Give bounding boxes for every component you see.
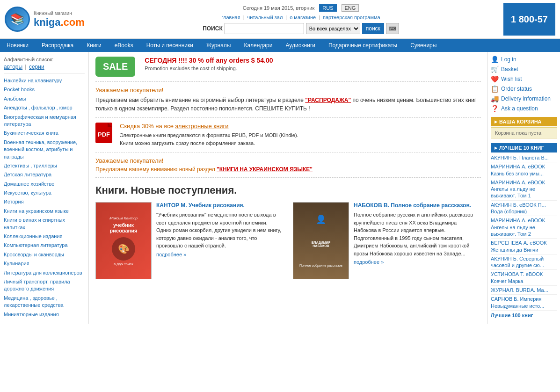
cat-bukin[interactable]: Букинистическая книга — [4, 129, 85, 138]
ebook-title-text: Скидка 30% на все — [120, 123, 175, 130]
book1-more-link[interactable]: подробнее » — [156, 252, 186, 257]
date-lang-row: Сегодня 19 мая 2015, вторник RUS ENG — [243, 4, 359, 12]
cat-krossvord[interactable]: Кроссворды и сканворды — [4, 250, 85, 259]
lang-en-button[interactable]: ENG — [342, 4, 359, 12]
top10-item-5: МАРИНИНА А. еВОOК Ангелы на льду не выжи… — [491, 216, 557, 239]
sep2: | — [285, 15, 287, 20]
top10-link-3[interactable]: МАРИНИНА А. еВОOК Ангелы на льду не выжи… — [491, 179, 557, 199]
search-label: ПОИСК — [203, 25, 223, 32]
cat-nakliki[interactable]: Наклейки на клавиатуру — [4, 76, 85, 85]
ebook-link[interactable]: электронные книги — [175, 123, 229, 130]
cat-meditsina[interactable]: Медицина , здоровье , лекарственные сред… — [4, 294, 85, 310]
top10-link-6[interactable]: БЕРСЕНЕВА А. еВОOК Женщины да Винчи — [491, 240, 557, 253]
cat-albomi[interactable]: Альбомы — [4, 94, 85, 103]
sale-title: СЕГОДНЯ !!!! 30 % off any orders $ 54.00 — [145, 57, 273, 64]
book2-title-link[interactable]: НАБОКОВ В. Полное собрание рассказов. — [354, 202, 471, 209]
delivery-icon: 🚚 — [491, 95, 499, 102]
cat-istoriya[interactable]: История — [4, 197, 85, 206]
pdf-icon: PDF — [95, 123, 114, 147]
sale-text-area: СЕГОДНЯ !!!! 30 % off any orders $ 54.00… — [145, 57, 273, 71]
cat-koll[interactable]: Коллекционные издания — [4, 232, 85, 241]
logo-text: Книжный магазин kniga.com — [34, 10, 85, 29]
top-link-partner[interactable]: партнерская программа — [323, 15, 380, 20]
sale-section: SALE СЕГОДНЯ !!!! 30 % off any orders $ … — [95, 57, 481, 82]
cat-pocket[interactable]: Pocket books — [4, 85, 85, 94]
cat-dom[interactable]: Домашнее хозяйство — [4, 180, 85, 189]
ask-icon: ❓ — [491, 105, 499, 112]
top10-link-7[interactable]: АКУНИН Б. Северный часовой и другие сю..… — [491, 255, 557, 269]
delivery-link[interactable]: 🚚 Delivery information — [491, 95, 557, 102]
top10-link-10[interactable]: САРНОВ Б. Империя Невыдуманные исто... — [491, 296, 557, 309]
cat-vina[interactable]: Книги о винах и спиртных напитках — [4, 216, 85, 232]
sale-badge: SALE — [95, 57, 135, 77]
promo1-link[interactable]: "РАСПРОДАЖА" — [305, 97, 351, 103]
top-link-home[interactable]: главная — [221, 15, 240, 20]
book2-item: 👤 ВЛАДИМИРНАБОКОВ Полное собрание расска… — [293, 202, 481, 279]
search-button[interactable]: поиск — [362, 23, 384, 34]
nav-sertifikati[interactable]: Подарочные сертификаты — [322, 39, 404, 52]
top100-link[interactable]: Лучшие 100 книг — [491, 311, 557, 320]
nav-suveniri[interactable]: Сувениры — [404, 39, 443, 52]
cat-computer[interactable]: Компьютерная литература — [4, 241, 85, 250]
top10-item-8: УСТИНОВА Т. еВОOК Ковчег Марка — [491, 270, 557, 286]
top10-link-5[interactable]: МАРИНИНА А. еВОOК Ангелы на льду не выжи… — [491, 217, 557, 237]
wishlist-link[interactable]: ❤️ Wish list — [491, 75, 557, 83]
order-status-label: Order status — [501, 86, 532, 92]
nav-zhurnali[interactable]: Журналы — [200, 39, 237, 52]
promo1-title: Уважаемые покупатели! — [95, 87, 481, 94]
order-status-link[interactable]: 📋 Order status — [491, 85, 557, 93]
ukr-link[interactable]: "КНИГИ НА УКРАИНСКОМ ЯЗЫКЕ" — [217, 166, 313, 173]
alpha-avtor-link[interactable]: авторы — [4, 64, 22, 70]
nav-audioknigi[interactable]: Аудиокниги — [279, 39, 322, 52]
ebook-text: Скидка 30% на все электронные книги Элек… — [120, 123, 298, 147]
logo-circle: 📚 — [5, 7, 30, 32]
search-select[interactable]: Во всех разделах — [306, 23, 360, 34]
top10-link-2[interactable]: МАРИНИНА А. еВОOК Казнь без злого умы... — [491, 163, 557, 177]
top10-link-4[interactable]: АКУНИН Б. еВОOК П... Вода (сборник) — [491, 202, 557, 215]
cat-voennaya[interactable]: Военная техника, вооружение, военный кос… — [4, 138, 85, 161]
book2-more-link[interactable]: подробнее » — [354, 259, 384, 265]
top10-item-7: АКУНИН Б. Северный часовой и другие сю..… — [491, 254, 557, 270]
nav-ebooks[interactable]: eBooks — [108, 39, 140, 52]
book1-title-link[interactable]: КАНТОР М. Учебник рисования. — [156, 202, 245, 209]
nav-kalendari[interactable]: Календари — [237, 39, 279, 52]
nav-knigi[interactable]: Книги — [80, 39, 108, 52]
alpha-series-link[interactable]: серии — [29, 64, 44, 70]
top-link-about[interactable]: о магазине — [290, 15, 316, 20]
books-grid: Максим Кантор учебник рисования 🎨 в двух… — [95, 202, 481, 279]
top10-link-9[interactable]: ЖУРНАЛ. BURDA. Ма... — [491, 287, 557, 293]
cat-transport[interactable]: Личный транспорт, правила дорожного движ… — [4, 277, 85, 294]
login-link[interactable]: 👤 Log in — [491, 56, 557, 63]
book2-info: НАБОКОВ В. Полное собрание рассказов. По… — [354, 202, 481, 279]
top10-title: ЛУЧШИЕ 10 КНИГ — [499, 145, 544, 151]
sep3: | — [319, 15, 320, 20]
cat-iskusstvo[interactable]: Искусство, культура — [4, 189, 85, 197]
cat-lit-koll[interactable]: Литература для коллекционеров — [4, 269, 85, 277]
cat-bio[interactable]: Биографическая и мемуарная литература — [4, 113, 85, 129]
top10-item-2: МАРИНИНА А. еВОOК Казнь без злого умы... — [491, 162, 557, 178]
nav-noti[interactable]: Ноты и песенники — [140, 39, 200, 52]
cat-kulin[interactable]: Кулинария — [4, 259, 85, 268]
search-input[interactable] — [225, 23, 304, 34]
book1-desc: "Учебник рисования" немедленно после вых… — [156, 211, 284, 250]
ask-link[interactable]: ❓ Ask a question — [491, 105, 557, 112]
top10-item-4: АКУНИН Б. еВОOК П... Вода (сборник) — [491, 201, 557, 217]
top10-link-1[interactable]: АКУНИН Б. Планета В... — [491, 154, 557, 161]
basket-link[interactable]: 🛒 Basket — [491, 65, 557, 73]
nav-noviki[interactable]: Новинки — [0, 39, 35, 52]
content-center: SALE СЕГОДНЯ !!!! 30 % off any orders $ … — [89, 52, 487, 324]
nav-rasprodazha[interactable]: Распродажа — [35, 39, 80, 52]
cat-ukr-books[interactable]: Книги на украинском языке — [4, 207, 85, 216]
cat-detskaya[interactable]: Детская литература — [4, 170, 85, 179]
ukr-text-before: Предлагаем вашему вниманию новый раздел — [95, 166, 217, 173]
promo1-section: Уважаемые покупатели! Предлагаем вам обр… — [95, 87, 481, 118]
top-link-reading[interactable]: читальный зал — [247, 15, 283, 20]
heart-icon: ❤️ — [491, 75, 499, 83]
top10-link-8[interactable]: УСТИНОВА Т. еВОOК Ковчег Марка — [491, 271, 557, 284]
promo1-body: Предлагаем вам обратить внимание на огро… — [95, 96, 481, 113]
cat-anekdoti[interactable]: Анекдоты , фольклор , юмор — [4, 103, 85, 112]
keyboard-button[interactable]: ⌨ — [386, 23, 399, 34]
lang-ru-button[interactable]: RUS — [319, 4, 336, 12]
cat-miniature[interactable]: Миниатюрные издания — [4, 310, 85, 319]
cat-detektivi[interactable]: Детективы , триллеры — [4, 161, 85, 170]
